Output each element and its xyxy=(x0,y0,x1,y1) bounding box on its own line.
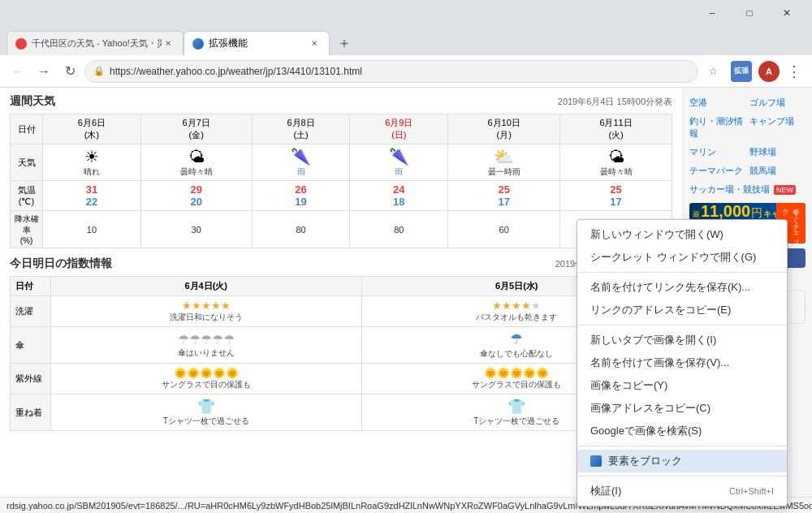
index-layering-jun4: 👕 Tシャツ一枚で過ごせる xyxy=(51,394,362,431)
ctx-label-copy-image: 画像をコピー(Y) xyxy=(590,378,667,393)
tab-close-weather[interactable]: ✕ xyxy=(162,37,175,50)
temp-jun11: 2517 xyxy=(560,181,672,211)
temp-row: 気温(℃) 3122 2920 2619 2418 2517 2517 xyxy=(11,181,672,211)
index-umbrella-row: 傘 ☂☂☂☂☂ 傘はいりません ☂ 傘なしでも心配なし xyxy=(11,327,672,364)
address-bar[interactable]: 🔒 https://weather.yahoo.co.jp/weather/jp… xyxy=(84,60,698,83)
weekly-weather-header: 週間天気 2019年6月4日 15時00分発表 xyxy=(10,94,672,112)
temp-jun10: 2517 xyxy=(448,181,560,211)
ctx-separator-2 xyxy=(577,325,787,325)
minimize-button[interactable]: – xyxy=(693,0,731,26)
chrome-menu-button[interactable]: ⋮ xyxy=(783,60,806,83)
index-uv-row: 紫外線 🌞🌞🌞🌞🌞 サングラスで目の保護も 🌞🌞🌞🌞🌞 サングラスで目の保護も xyxy=(11,364,672,394)
address-text: https://weather.yahoo.co.jp/weather/jp/1… xyxy=(110,66,362,77)
new-badge: NEW xyxy=(774,185,796,195)
ctx-item-inspect[interactable]: 検証(I) Ctrl+Shift+I xyxy=(577,480,787,502)
temp-jun7: 2920 xyxy=(140,181,252,211)
bookmark-button[interactable]: ☆ xyxy=(702,60,724,83)
temp-jun8: 2619 xyxy=(252,181,350,211)
rain-row-label: 降水確率(%) xyxy=(11,211,43,248)
nav-bar: ← → ↻ 🔒 https://weather.yahoo.co.jp/weat… xyxy=(0,55,812,88)
sidebar-link-marine[interactable]: マリン xyxy=(689,144,746,161)
profile-button[interactable]: A xyxy=(758,61,780,82)
tab-extension[interactable]: 拡張機能 ✕ xyxy=(184,31,330,55)
browser-chrome: – □ ✕ 千代田区の天気 - Yahoo!天気・災... ✕ 拡張機能 ✕ +… xyxy=(0,0,812,88)
index-layering-row: 重ね着 👕 Tシャツ一枚で過ごせる 👕 Tシャツ一枚で過ごせる xyxy=(11,394,672,431)
col-header-jun11: 6月11日(火) xyxy=(560,114,672,144)
maximize-button[interactable]: □ xyxy=(731,0,768,26)
back-button[interactable]: ← xyxy=(6,60,29,83)
col-header-jun10: 6月10日(月) xyxy=(448,114,560,144)
ctx-label-search-image: Googleで画像を検索(S) xyxy=(590,424,702,438)
col-header-jun9: 6月9日(日) xyxy=(350,114,448,144)
ctx-item-new-window[interactable]: 新しいウィンドウで開く(W) xyxy=(577,223,787,246)
index-header: 今日明日の指数情報 2019年6月4日 14時00分 発表 xyxy=(10,256,672,274)
ctx-item-search-image[interactable]: Googleで画像を検索(S) xyxy=(577,420,787,442)
index-section: 今日明日の指数情報 2019年6月4日 14時00分 発表 日付 6月4日(火)… xyxy=(10,256,672,431)
ctx-item-incognito[interactable]: シークレット ウィンドウで開く(G) xyxy=(577,246,787,269)
sidebar-link-theme[interactable]: テーマパーク xyxy=(689,162,746,179)
ctx-label-block-element: 要素をブロック xyxy=(608,454,682,468)
index-umbrella-label: 傘 xyxy=(11,327,51,364)
ctx-shortcut-inspect: Ctrl+Shift+I xyxy=(729,486,774,496)
index-layering-label: 重ね着 xyxy=(11,394,51,431)
weather-jun7: 🌤曇時々晴 xyxy=(140,144,252,181)
new-tab-button[interactable]: + xyxy=(333,32,356,55)
tab-label-weather: 千代田区の天気 - Yahoo!天気・災... xyxy=(32,37,162,50)
sidebar-link-fishing[interactable]: 釣り・潮汐情報 xyxy=(689,113,746,142)
index-uv-jun4: 🌞🌞🌞🌞🌞 サングラスで目の保護も xyxy=(51,364,362,394)
ctx-label-save-link: 名前を付けてリンク先を保存(K)... xyxy=(590,280,750,295)
sidebar-link-soccer[interactable]: サッカー場・競技場 NEW xyxy=(689,181,806,198)
temp-row-label: 気温(℃) xyxy=(11,181,43,211)
sidebar-link-baseball[interactable]: 野球場 xyxy=(749,144,806,161)
rain-jun7: 30 xyxy=(140,211,252,248)
index-title: 今日明日の指数情報 xyxy=(10,256,112,271)
weather-jun8: 🌂雨 xyxy=(252,144,350,181)
col-header-jun6: 6月6日(木) xyxy=(43,114,141,144)
ctx-item-open-image-tab[interactable]: 新しいタブで画像を開く(I) xyxy=(577,329,787,351)
tab-favicon-ext xyxy=(192,38,204,50)
index-laundry-jun4: ★★★★★ 洗濯日和になりそう xyxy=(51,296,362,327)
ctx-separator-4 xyxy=(577,476,787,476)
ctx-label-open-image-tab: 新しいタブで画像を開く(I) xyxy=(590,333,716,347)
weekly-weather-title: 週間天気 xyxy=(10,94,55,109)
ctx-label-incognito: シークレット ウィンドウで開く(G) xyxy=(590,250,756,265)
index-table: 日付 6月4日(火) 6月5日(水) 洗濯 ★★★★★ 洗濯日和になりそう ★★… xyxy=(10,276,672,431)
title-bar: – □ ✕ xyxy=(0,0,812,26)
ctx-item-copy-link[interactable]: リンクのアドレスをコピー(E) xyxy=(577,299,787,321)
sidebar-link-golf[interactable]: ゴルフ場 xyxy=(749,94,806,111)
weather-jun6: ☀晴れ xyxy=(43,144,141,181)
window-controls[interactable]: – □ ✕ xyxy=(693,0,806,26)
ctx-item-save-image[interactable]: 名前を付けて画像を保存(V)... xyxy=(577,351,787,374)
rain-row: 降水確率(%) 10 30 80 80 60 40 xyxy=(11,211,672,248)
index-col-jun4: 6月4日(火) xyxy=(51,277,362,296)
ctx-item-block-element[interactable]: 要素をブロック xyxy=(577,450,787,472)
ctx-label-save-image: 名前を付けて画像を保存(V)... xyxy=(590,356,729,370)
sidebar-link-horse[interactable]: 競馬場 xyxy=(749,162,806,179)
weekly-weather-date: 2019年6月4日 15時00分発表 xyxy=(558,96,672,108)
ctx-separator-1 xyxy=(577,272,787,273)
ctx-item-save-link[interactable]: 名前を付けてリンク先を保存(K)... xyxy=(577,276,787,299)
close-button[interactable]: ✕ xyxy=(768,0,806,26)
index-laundry-row: 洗濯 ★★★★★ 洗濯日和になりそう ★★★★★ バスタオルも乾きます xyxy=(11,296,672,327)
tab-weather[interactable]: 千代田区の天気 - Yahoo!天気・災... ✕ xyxy=(6,31,184,55)
tab-label-extension: 拡張機能 xyxy=(209,37,248,50)
ctx-label-new-window: 新しいウィンドウで開く(W) xyxy=(590,227,723,242)
sidebar-link-airport[interactable]: 空港 xyxy=(689,94,746,111)
col-header-jun7: 6月7日(金) xyxy=(140,114,252,144)
index-col-date: 日付 xyxy=(11,277,51,296)
ctx-item-copy-image[interactable]: 画像をコピー(Y) xyxy=(577,374,787,397)
col-header-date: 日付 xyxy=(11,114,43,144)
index-laundry-label: 洗濯 xyxy=(11,296,51,327)
ctx-separator-3 xyxy=(577,446,787,446)
sidebar-links: 空港 ゴルフ場 釣り・潮汐情報 キャンプ場 マリン 野球場 テーマパーク 競馬場… xyxy=(689,94,806,198)
sidebar-link-camp[interactable]: キャンプ場 xyxy=(749,113,806,142)
extension-button[interactable]: 拡張 xyxy=(731,61,752,82)
temp-jun6: 3122 xyxy=(43,181,141,211)
weather-jun11: 🌤曇時々晴 xyxy=(560,144,672,181)
tab-close-extension[interactable]: ✕ xyxy=(308,37,321,50)
ctx-item-copy-image-addr[interactable]: 画像アドレスをコピー(C) xyxy=(577,397,787,420)
ctx-label-copy-image-addr: 画像アドレスをコピー(C) xyxy=(590,401,710,416)
temp-jun9: 2418 xyxy=(350,181,448,211)
forward-button[interactable]: → xyxy=(32,60,55,83)
reload-button[interactable]: ↻ xyxy=(58,60,81,83)
